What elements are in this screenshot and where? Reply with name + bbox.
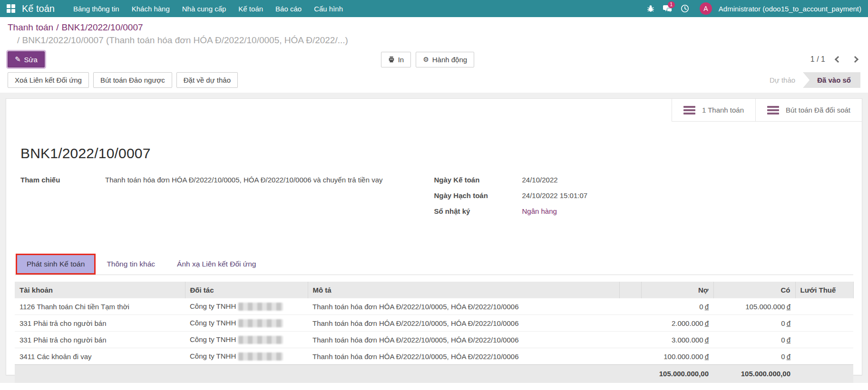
statusbar-action-button[interactable]: Đặt về dự thảo <box>176 72 238 88</box>
statusbar-action-button[interactable]: Bút toán Đảo ngược <box>93 72 172 88</box>
topbar-menu-item[interactable]: Cấu hình <box>308 0 349 17</box>
gear-icon: ⚙ <box>423 56 429 63</box>
col-header-account[interactable]: Tài khoản <box>15 282 185 298</box>
redacted-partner-name <box>238 352 283 361</box>
breadcrumb: Thanh toán/BNK1/2022/10/0007 / BNK1/2022… <box>0 17 868 48</box>
topbar-menu-item[interactable]: Bảng thông tin <box>67 0 126 17</box>
journal-entries-icon <box>767 106 779 114</box>
pager-next-icon[interactable] <box>852 56 858 63</box>
topbar-menu-item[interactable]: Khách hàng <box>126 0 176 17</box>
journal-item-row[interactable]: 3411 Các khoản đi vay Công ty TNHH Thanh… <box>15 348 853 365</box>
cell-debit[interactable]: 0đ <box>641 298 713 315</box>
journal-item-row[interactable]: 331 Phải trả cho người bán Công ty TNHH … <box>15 332 853 348</box>
smart-button[interactable]: Bút toán Đã đối soát <box>755 99 862 122</box>
cell-account[interactable]: 331 Phải trả cho người bán <box>15 315 185 332</box>
cell-empty <box>619 315 641 332</box>
cell-debit[interactable]: 3.000.000đ <box>641 332 713 348</box>
redacted-partner-name <box>238 336 283 344</box>
journal-item-row[interactable]: 1126 Thanh toán Chi tiền Tạm thời Công t… <box>15 298 853 315</box>
topbar-menu-item[interactable]: Báo cáo <box>269 0 308 17</box>
cell-credit[interactable]: 0đ <box>713 348 795 365</box>
cell-description[interactable]: Thanh toán hóa đơn HÓA Đ/2022/10/0005, H… <box>308 332 619 348</box>
action-button[interactable]: ⚙ Hành động <box>416 52 474 67</box>
journal-item-row[interactable]: 331 Phải trả cho người bán Công ty TNHH … <box>15 315 853 332</box>
topbar-menu-item[interactable]: Nhà cung cấp <box>176 0 233 17</box>
field-label: Tham chiếu <box>20 176 105 184</box>
notebook-tab[interactable]: Thông tin khác <box>96 254 166 275</box>
col-header-tax-grid[interactable]: Lưới Thuế <box>795 282 853 298</box>
col-header-debit[interactable]: Nợ <box>641 282 713 298</box>
cell-empty <box>619 332 641 348</box>
breadcrumb-record-subtitle: / BNK1/2022/10/0007 (Thanh toán hóa đơn … <box>8 34 860 47</box>
cell-empty <box>619 298 641 315</box>
cell-partner[interactable]: Công ty TNHH <box>185 298 308 315</box>
field-label: Sổ nhật ký <box>434 207 522 215</box>
smart-button[interactable]: 1 Thanh toán <box>672 99 755 122</box>
field-value[interactable]: Ngân hàng <box>522 207 557 215</box>
cell-description[interactable]: Thanh toán hóa đơn HÓA Đ/2022/10/0005, H… <box>308 348 619 365</box>
field-value[interactable]: 24/10/2022 15:01:07 <box>522 191 588 200</box>
apps-menu-icon[interactable] <box>7 4 15 13</box>
cell-partner[interactable]: Công ty TNHH <box>185 332 308 348</box>
breadcrumb-separator: / <box>56 22 59 32</box>
cell-debit[interactable]: 2.000.000đ <box>641 315 713 332</box>
cell-tax-grid[interactable] <box>795 348 853 365</box>
breadcrumb-parent-link[interactable]: Thanh toán <box>8 22 53 32</box>
cell-tax-grid[interactable] <box>795 315 853 332</box>
table-header-row: Tài khoản Đối tác Mô tả Nợ Có Lưới Thuế … <box>15 282 853 298</box>
activities-clock-icon[interactable] <box>678 0 692 17</box>
redacted-partner-name <box>238 303 283 311</box>
pencil-icon: ✎ <box>15 55 21 64</box>
status-state[interactable]: Dự thảo <box>762 72 803 88</box>
totals-row: 105.000.000,00 105.000.000,00 <box>15 365 853 383</box>
topbar-menu-item[interactable]: Kế toán <box>232 0 269 17</box>
statusbar-action-button[interactable]: Xoá Liên kết Đối ứng <box>8 72 89 88</box>
notebook-tab[interactable]: Ánh xạ Liên kết Đối ứng <box>166 254 267 275</box>
cell-credit[interactable]: 0đ <box>713 332 795 348</box>
notebook-tab[interactable]: Phát sinh Kế toán <box>16 254 96 275</box>
total-credit: 105.000.000,00 <box>713 365 795 383</box>
user-avatar[interactable]: A <box>700 2 712 15</box>
cell-empty <box>619 348 641 365</box>
pager-previous-icon[interactable] <box>835 56 841 63</box>
field-label: Ngày Kế toán <box>434 176 522 184</box>
notebook-tabs: Phát sinh Kế toán Thông tin khác Ánh xạ … <box>15 254 853 275</box>
journal-entries-icon <box>683 106 695 114</box>
smart-button-box: 1 Thanh toán Bút toán Đã đối soát <box>672 99 862 122</box>
pager: 1 / 1 <box>810 55 858 64</box>
status-state[interactable]: Đã vào sổ <box>803 72 860 88</box>
field-value[interactable]: 24/10/2022 <box>522 176 558 184</box>
cell-account[interactable]: 331 Phải trả cho người bán <box>15 332 185 348</box>
messages-icon[interactable]: 1 <box>661 0 675 17</box>
cell-account[interactable]: 3411 Các khoản đi vay <box>15 348 185 365</box>
cell-partner[interactable]: Công ty TNHH <box>185 348 308 365</box>
user-menu[interactable]: Administrator (odoo15_to_account_payment… <box>719 5 861 13</box>
total-debit: 105.000.000,00 <box>641 365 713 383</box>
record-title: BNK1/2022/10/0007 <box>20 145 848 162</box>
cell-account[interactable]: 1126 Thanh toán Chi tiền Tạm thời <box>15 298 185 315</box>
app-name[interactable]: Kế toán <box>22 3 55 14</box>
main-menu: Bảng thông tin Khách hàng Nhà cung cấp K… <box>67 0 349 17</box>
edit-button[interactable]: ✎ Sửa <box>8 51 45 67</box>
col-header-empty <box>619 282 641 298</box>
form-sheet: 1 Thanh toán Bút toán Đã đối soát BNK1/2… <box>6 98 862 375</box>
message-count-badge: 1 <box>668 1 675 8</box>
printer-icon <box>388 56 395 63</box>
cell-tax-grid[interactable] <box>795 332 853 348</box>
col-header-partner[interactable]: Đối tác <box>185 282 308 298</box>
col-header-description[interactable]: Mô tả <box>308 282 619 298</box>
control-panel: ✎ Sửa In ⚙ Hành động 1 / 1 <box>0 48 868 70</box>
cell-partner[interactable]: Công ty TNHH <box>185 315 308 332</box>
cell-description[interactable]: Thanh toán hóa đơn HÓA Đ/2022/10/0005, H… <box>308 298 619 315</box>
cell-credit[interactable]: 0đ <box>713 315 795 332</box>
content-background: 1 Thanh toán Bút toán Đã đối soát BNK1/2… <box>0 93 868 383</box>
cell-description[interactable]: Thanh toán hóa đơn HÓA Đ/2022/10/0005, H… <box>308 315 619 332</box>
cell-credit[interactable]: 105.000.000đ <box>713 298 795 315</box>
pager-value[interactable]: 1 / 1 <box>810 55 825 64</box>
breadcrumb-current-link[interactable]: BNK1/2022/10/0007 <box>61 22 143 32</box>
print-button[interactable]: In <box>381 52 411 67</box>
debug-bug-icon[interactable] <box>644 0 658 17</box>
cell-tax-grid[interactable] <box>795 298 853 315</box>
col-header-credit[interactable]: Có <box>713 282 795 298</box>
cell-debit[interactable]: 100.000.000đ <box>641 348 713 365</box>
